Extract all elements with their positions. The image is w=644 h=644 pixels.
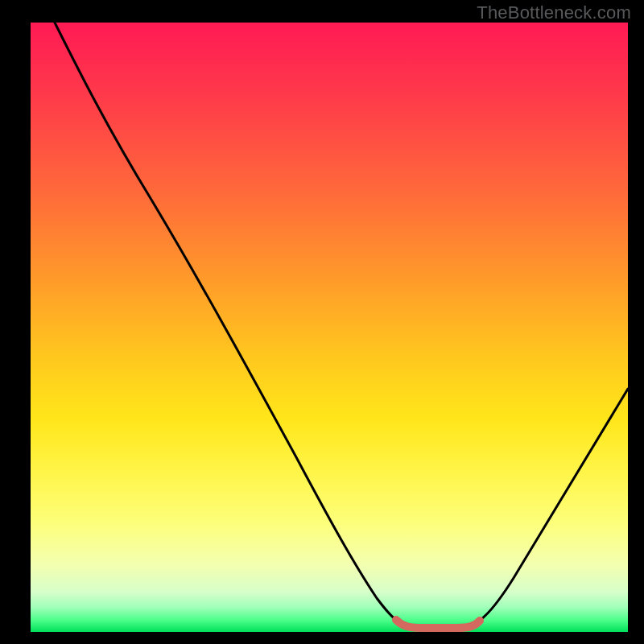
curve-layer	[31, 23, 628, 632]
watermark-text: TheBottleneck.com	[477, 2, 631, 23]
chart-frame: TheBottleneck.com	[0, 0, 644, 644]
bottleneck-curve	[55, 23, 628, 626]
plot-area	[31, 23, 628, 632]
trough-marker	[396, 620, 480, 628]
